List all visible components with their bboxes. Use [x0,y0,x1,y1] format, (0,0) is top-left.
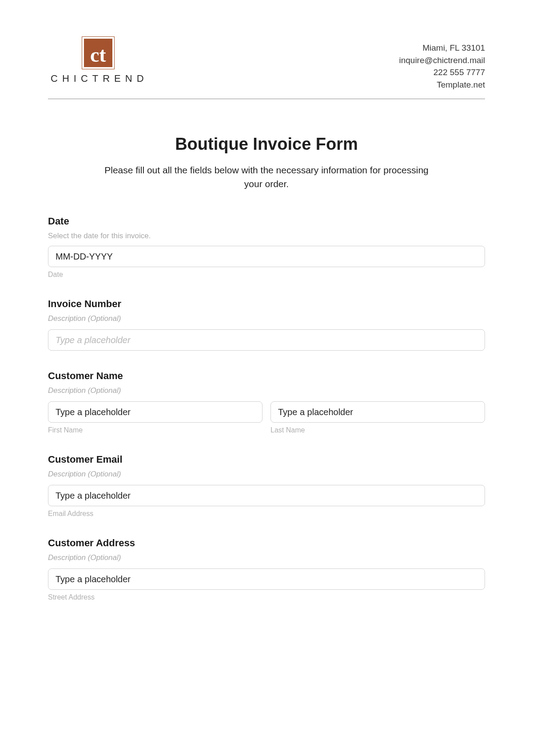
last-name-input[interactable] [270,401,485,423]
customer-email-label: Customer Email [48,454,485,465]
date-label: Date [48,216,485,227]
field-customer-email: Customer Email Description (Optional) Em… [48,454,485,518]
field-invoice-number: Invoice Number Description (Optional) [48,298,485,351]
contact-email: inquire@chictrend.mail [399,54,485,67]
invoice-number-label: Invoice Number [48,298,485,310]
invoice-number-input[interactable] [48,329,485,351]
page-title: Boutique Invoice Form [48,135,485,154]
date-description: Select the date for this invoice. [48,232,485,240]
logo-icon: ct [84,39,112,67]
street-address-sublabel: Street Address [48,593,485,601]
field-customer-name: Customer Name Description (Optional) Fir… [48,370,485,434]
customer-email-description: Description (Optional) [48,470,485,479]
street-address-input[interactable] [48,568,485,590]
logo-frame: ct [82,36,115,69]
customer-address-description: Description (Optional) [48,553,485,562]
customer-email-sublabel: Email Address [48,510,485,518]
field-date: Date Select the date for this invoice. D… [48,216,485,279]
field-customer-address: Customer Address Description (Optional) … [48,537,485,601]
customer-name-description: Description (Optional) [48,386,485,395]
brand-name: CHICTREND [51,73,148,84]
header: ct CHICTREND Miami, FL 33101 inquire@chi… [48,36,485,91]
brand-block: ct CHICTREND [48,36,148,84]
customer-email-input[interactable] [48,485,485,506]
date-input[interactable] [48,246,485,267]
invoice-number-description: Description (Optional) [48,314,485,323]
first-name-sublabel: First Name [48,426,263,434]
contact-phone: 222 555 7777 [399,66,485,79]
header-divider [48,99,485,99]
first-name-input[interactable] [48,401,263,423]
customer-name-label: Customer Name [48,370,485,382]
last-name-sublabel: Last Name [270,426,485,434]
page-subtitle: Please fill out all the fields below wit… [98,164,435,191]
date-sublabel: Date [48,271,485,279]
customer-address-label: Customer Address [48,537,485,549]
contact-block: Miami, FL 33101 inquire@chictrend.mail 2… [399,42,485,91]
contact-site: Template.net [399,79,485,91]
contact-address: Miami, FL 33101 [399,42,485,54]
